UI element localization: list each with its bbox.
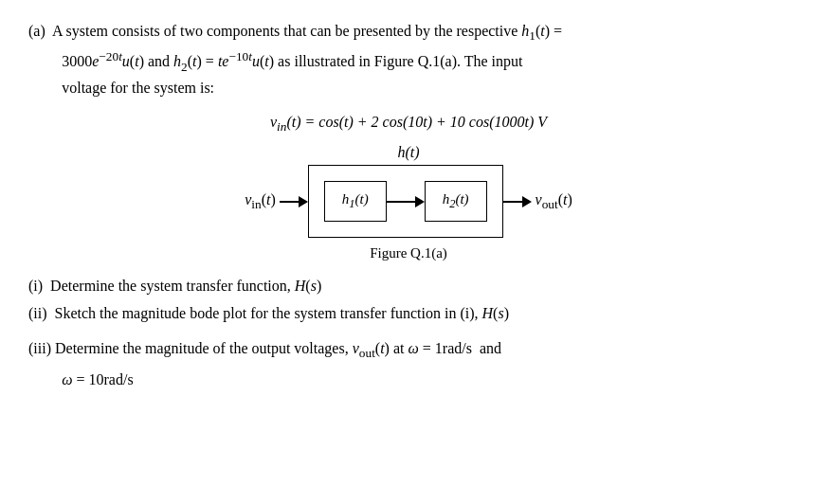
subq-iii-cont: ω = 10rad/s <box>28 367 789 392</box>
subq-i: (i) Determine the system transfer functi… <box>28 273 789 298</box>
intro-text: A system consists of two components that… <box>52 23 562 39</box>
subq-ii: (ii) Sketch the magnitude bode plot for … <box>28 300 789 326</box>
arrow-line-2 <box>387 201 415 203</box>
arrow-head-2 <box>415 196 425 207</box>
voltage-intro: voltage for the system is: <box>28 76 789 100</box>
outer-box: h1(t) h2(t) <box>308 165 503 238</box>
arrow-line-1 <box>280 201 299 203</box>
outer-container: vin(t) h1(t) <box>245 165 572 238</box>
main-equation: vin(t) = cos(t) + 2 cos(10t) + 10 cos(10… <box>28 114 789 135</box>
block-diagram-area: h(t) vin(t) h1(t) <box>28 144 789 261</box>
figure-caption: Figure Q.1(a) <box>370 245 447 261</box>
subquestions: (i) Determine the system transfer functi… <box>28 273 789 392</box>
arrow-head-3 <box>522 196 532 207</box>
main-content: (a) A system consists of two components … <box>28 19 789 393</box>
intro-paragraph: (a) A system consists of two components … <box>28 19 789 46</box>
vout-label: vout(t) <box>536 191 572 212</box>
arrow-out <box>503 196 532 207</box>
part-label: (a) <box>28 23 45 39</box>
ht-label: h(t) <box>397 144 419 161</box>
diagram-row: vin(t) h1(t) <box>245 165 572 238</box>
arrow-head-1 <box>299 196 308 207</box>
vin-label: vin(t) <box>245 191 276 212</box>
subq-iii: (iii) Determine the magnitude of the out… <box>28 335 789 365</box>
arrow-vin <box>280 196 308 207</box>
h1-block: h1(t) <box>324 181 387 222</box>
component-line: 3000e−20tu(t) and h2(t) = te−10tu(t) as … <box>28 46 789 77</box>
h2-block: h2(t) <box>425 181 487 222</box>
arrow-line-3 <box>503 201 522 203</box>
part-a-section: (a) A system consists of two components … <box>28 19 789 100</box>
arrow-middle <box>387 196 425 207</box>
